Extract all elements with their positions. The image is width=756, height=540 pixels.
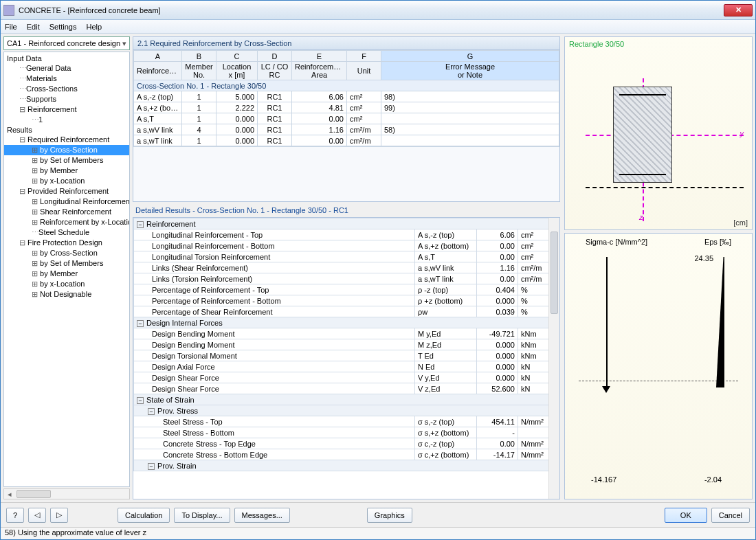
cancel-button[interactable]: Cancel (711, 508, 750, 523)
collapse-icon[interactable]: − (148, 463, 155, 470)
section-dif[interactable]: −Design Internal Forces (134, 317, 559, 328)
tree-long[interactable]: Longitudinal Reinforcement (4, 196, 129, 207)
tree-provided[interactable]: Provided Reinforcement (4, 186, 129, 196)
detail-row[interactable]: Concrete Stress - Top Edgeσ c,-z (top)0.… (134, 438, 559, 449)
tree-by-set[interactable]: by Set of Members (4, 155, 129, 166)
detail-row[interactable]: Longitudinal Torsion ReinforcementA s,T0… (134, 251, 559, 262)
body: CA1 - Reinforced concrete design Input D… (1, 34, 755, 502)
collapse-icon[interactable]: − (137, 397, 144, 404)
eps-triangle (704, 257, 724, 387)
detail-row[interactable]: Design Bending MomentM z,Ed0.000kNm (134, 339, 559, 350)
tree-fire-cs[interactable]: by Cross-Section (4, 248, 129, 258)
detail-row[interactable]: Concrete Stress - Bottom Edgeσ c,+z (bot… (134, 449, 559, 460)
menu-file[interactable]: File (5, 23, 17, 31)
detail-row[interactable]: Longitudinal Reinforcement - TopA s,-z (… (134, 229, 559, 240)
section-reinf[interactable]: −Reinforcement (134, 218, 559, 229)
app-icon (3, 5, 14, 16)
table-row[interactable]: A s,+z (bottom)12.222RC14.81cm²99) (134, 102, 559, 113)
section-pstr[interactable]: −Prov. Strain (134, 460, 559, 471)
col-g: G (381, 51, 559, 62)
tree-by-cross-section[interactable]: by Cross-Section (4, 145, 129, 155)
detail-row[interactable]: Design Shear ForceV y,Ed0.000kN (134, 372, 559, 383)
col-area: ReinforcementArea (292, 62, 347, 80)
table-row[interactable]: a s,wV link40.000RC11.16cm²/m58) (134, 124, 559, 135)
ok-button[interactable]: OK (665, 508, 707, 523)
to-display-button[interactable]: To Display... (174, 508, 230, 523)
tree-results[interactable]: Results (4, 125, 129, 135)
blank-rows (133, 146, 559, 201)
detail-row[interactable]: Percentage of Reinforcement - Topρ -z (t… (134, 284, 559, 295)
col-d: D (258, 51, 292, 62)
close-button[interactable]: ✕ (724, 4, 753, 16)
scroll-thumb[interactable] (16, 490, 51, 498)
menu-edit[interactable]: Edit (27, 23, 40, 31)
detail-row[interactable]: Design Torsional MomentT Ed0.000kNm (134, 350, 559, 361)
tree-steel[interactable]: Steel Schedule (4, 227, 129, 238)
nav-tree[interactable]: Input Data General Data Materials Cross-… (3, 52, 130, 487)
help-button[interactable]: ? (6, 508, 24, 523)
next-button[interactable]: ▷ (50, 508, 68, 523)
tree-supports[interactable]: Supports (4, 94, 129, 104)
sigma-line (606, 257, 608, 387)
tree-fire[interactable]: Fire Protection Design (4, 238, 129, 248)
menu-help[interactable]: Help (86, 23, 102, 31)
tree-fire-set[interactable]: by Set of Members (4, 258, 129, 269)
tree-by-member[interactable]: by Member (4, 166, 129, 176)
stress-strain-view[interactable]: Sigma-c [N/mm^2] Eps [‰] 24.35 -2.04 -14… (564, 233, 753, 499)
menu-settings[interactable]: Settings (49, 23, 77, 31)
tree-rbyx[interactable]: Reinforcement by x-Location (4, 217, 129, 227)
tree-required[interactable]: Required Reinforcement (4, 135, 129, 145)
eps-bot-value: -2.04 (704, 475, 722, 484)
tree-fire-x[interactable]: by x-Location (4, 279, 129, 289)
z-label: z (639, 213, 643, 221)
detail-row[interactable]: Links (Shear Reinforcement)a s,wV link1.… (134, 262, 559, 273)
details-vscroll[interactable] (548, 218, 559, 499)
detail-row[interactable]: Longitudinal Reinforcement - BottomA s,+… (134, 240, 559, 251)
scroll-left-icon[interactable]: ◂ (4, 490, 15, 499)
collapse-icon[interactable]: − (137, 221, 144, 228)
details-grid[interactable]: −Reinforcement Longitudinal Reinforcemen… (133, 217, 560, 499)
col-loc: Locationx [m] (216, 62, 258, 80)
detail-row[interactable]: Steel Stress - Topσ s,-z (top)454.11N/mm… (134, 416, 559, 427)
main-table: A B C D E F G Reinforcement MemberNo. Lo… (133, 50, 559, 146)
collapse-icon[interactable]: − (148, 408, 155, 415)
col-a: A (134, 51, 182, 62)
detail-row[interactable]: Links (Torsion Reinforcement)a s,wT link… (134, 273, 559, 284)
menubar: File Edit Settings Help (1, 20, 755, 34)
tree-r1[interactable]: 1 (4, 115, 129, 125)
case-combo[interactable]: CA1 - Reinforced concrete design (3, 36, 130, 50)
tree-notdes[interactable]: Not Designable (4, 289, 129, 300)
section-name: Rectangle 30/50 (569, 40, 624, 48)
tree-hscroll[interactable]: ◂ (3, 488, 130, 499)
main-grid[interactable]: A B C D E F G Reinforcement MemberNo. Lo… (133, 50, 560, 202)
tree-shear[interactable]: Shear Reinforcement (4, 207, 129, 217)
tree-input-data[interactable]: Input Data (4, 54, 129, 63)
tree-cross-sections[interactable]: Cross-Sections (4, 84, 129, 94)
vscroll-thumb[interactable] (551, 232, 558, 314)
tree-materials[interactable]: Materials (4, 74, 129, 84)
section-view[interactable]: Rectangle 30/50 y z [cm] (564, 36, 753, 230)
mid-right: 2.1 Required Reinforcement by Cross-Sect… (133, 36, 753, 499)
section-ps[interactable]: −Prov. Stress (134, 405, 559, 416)
detail-row[interactable]: Steel Stress - Bottomσ s,+z (bottom)- (134, 427, 559, 438)
tree-fire-member[interactable]: by Member (4, 269, 129, 279)
table-row[interactable]: a s,wT link10.000RC10.00cm²/m (134, 135, 559, 146)
graphics-button[interactable]: Graphics (367, 508, 412, 523)
detail-row[interactable]: Percentage of Shear Reinforcementρw0.039… (134, 306, 559, 317)
detail-row[interactable]: Design Shear ForceV z,Ed52.600kN (134, 383, 559, 394)
tree-reinforcement[interactable]: Reinforcement (4, 104, 129, 115)
detail-row[interactable]: Design Axial ForceN Ed0.000kN (134, 361, 559, 372)
prev-button[interactable]: ◁ (28, 508, 46, 523)
section-sos[interactable]: −State of Strain (134, 394, 559, 405)
calculation-button[interactable]: Calculation (118, 508, 170, 523)
messages-button[interactable]: Messages... (234, 508, 290, 523)
tree-general-data[interactable]: General Data (4, 63, 129, 74)
detail-row[interactable]: Design Bending MomentM y,Ed-49.721kNm (134, 328, 559, 339)
detail-row[interactable]: Percentage of Reinforcement - Bottomρ +z… (134, 295, 559, 306)
mid-column: 2.1 Required Reinforcement by Cross-Sect… (133, 36, 560, 499)
table-row[interactable]: A s,T10.000RC10.00cm² (134, 113, 559, 124)
collapse-icon[interactable]: − (137, 320, 144, 327)
tree-by-x[interactable]: by x-Location (4, 176, 129, 186)
col-reinf: Reinforcement (134, 62, 182, 80)
table-row[interactable]: A s,-z (top)15.000RC16.06cm²98) (134, 91, 559, 102)
